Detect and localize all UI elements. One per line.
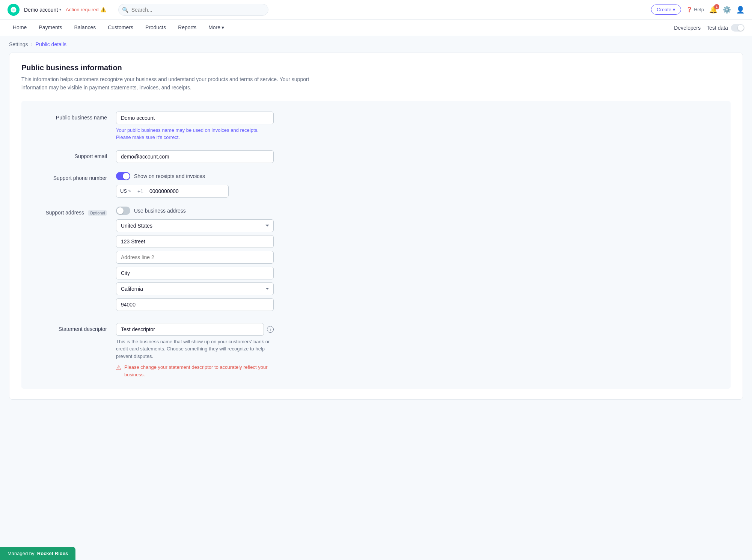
support-email-field [116,150,274,163]
page-title: Public business information [21,63,731,72]
phone-field: US ⇅ +1 [116,185,229,198]
state-select[interactable]: California New York Texas Florida [116,282,274,295]
support-phone-row: Support phone number Show on receipts an… [33,172,719,198]
zip-input[interactable] [116,298,274,311]
main-content: Public business information This informa… [0,53,752,415]
public-business-name-label: Public business name [33,112,116,121]
phone-toggle-row: Show on receipts and invoices [116,172,274,180]
navbar: Home Payments Balances Customers Product… [0,20,752,36]
statement-descriptor-error: ⚠ Please change your statement descripto… [116,364,274,378]
test-data-toggle[interactable]: Test data [707,24,744,32]
public-business-name-field: Your public business name may be used on… [116,112,274,141]
test-data-switch-knob [738,25,744,31]
nav-right: Developers Test data [674,24,744,32]
support-address-label: Support address Optional [33,207,116,216]
show-phone-toggle[interactable] [116,172,130,180]
notifications-button[interactable]: 🔔 1 [709,6,717,14]
account-selector[interactable]: Demo account ▾ [24,7,61,13]
user-avatar-icon[interactable]: 👤 [736,6,744,14]
more-chevron-icon: ▾ [222,24,224,30]
account-name-label: Demo account [24,7,58,13]
create-label: Create [657,7,671,12]
help-button[interactable]: ❓ Help [686,7,704,12]
account-chevron-icon: ▾ [59,8,61,12]
topbar: Demo account ▾ Action required ⚠️ 🔍 Crea… [0,0,752,20]
support-phone-field: Show on receipts and invoices US ⇅ +1 [116,172,274,198]
logo [8,4,20,16]
public-business-name-hint: Your public business name may be used on… [116,127,274,141]
search-icon: 🔍 [122,7,128,13]
page-description: This information helps customers recogni… [21,75,329,92]
nav-payments[interactable]: Payments [33,21,67,35]
support-email-input[interactable] [116,150,274,163]
nav-home[interactable]: Home [8,21,32,35]
statement-descriptor-row: Statement descriptor i This is the busin… [33,323,719,379]
optional-tag: Optional [88,210,107,216]
phone-prefix: +1 [135,185,146,197]
statement-descriptor-label: Statement descriptor [33,323,116,332]
settings-icon[interactable]: ⚙️ [723,6,731,14]
phone-number-input[interactable] [146,185,228,197]
support-email-row: Support email [33,150,719,163]
nav-developers[interactable]: Developers [674,25,701,31]
city-field [116,267,274,279]
action-required-label: Action required [66,7,98,12]
create-chevron-icon: ▾ [673,7,675,12]
statement-descriptor-field: i This is the business name that will sh… [116,323,274,379]
address-line1-input[interactable] [116,235,274,248]
statement-descriptor-input-row: i [116,323,274,336]
public-business-name-row: Public business name Your public busines… [33,112,719,141]
nav-products[interactable]: Products [140,21,171,35]
help-icon: ❓ [686,7,692,12]
topbar-right: Create ▾ ❓ Help 🔔 1 ⚙️ 👤 [651,5,744,15]
help-label: Help [694,7,704,12]
zip-field [116,298,274,311]
address-line2-field [116,251,274,264]
address-line2-input[interactable] [116,251,274,264]
error-warning-icon: ⚠ [116,364,121,371]
phone-country-selector[interactable]: US ⇅ [116,185,135,197]
address-line1-field [116,235,274,248]
create-button[interactable]: Create ▾ [651,5,681,15]
phone-country-chevron-icon: ⇅ [128,189,131,193]
breadcrumb-separator: › [31,42,33,47]
test-data-label: Test data [707,25,728,31]
city-input[interactable] [116,267,274,279]
statement-descriptor-info-icon[interactable]: i [267,326,274,333]
country-field: United States Canada United Kingdom [116,219,274,232]
action-required-badge[interactable]: Action required ⚠️ [66,7,106,12]
statement-descriptor-input[interactable] [116,323,264,336]
form-section: Public business name Your public busines… [21,101,731,389]
breadcrumb-current: Public details [36,41,67,47]
support-email-label: Support email [33,150,116,159]
nav-more[interactable]: More ▾ [203,21,229,35]
address-toggle-row: Use business address [116,207,274,215]
nav-balances[interactable]: Balances [69,21,101,35]
statement-descriptor-hint: This is the business name that will show… [116,338,274,360]
phone-country-code: US [120,188,127,194]
warning-icon: ⚠️ [100,7,106,12]
test-data-switch[interactable] [731,24,744,32]
use-business-address-toggle[interactable] [116,207,130,215]
support-phone-label: Support phone number [33,172,116,181]
page-card: Public business information This informa… [9,53,743,400]
state-field: California New York Texas Florida [116,282,274,295]
support-address-field: Use business address United States Canad… [116,207,274,314]
statement-descriptor-error-text: Please change your statement descriptor … [124,364,274,378]
nav-reports[interactable]: Reports [173,21,202,35]
search-bar: 🔍 [118,4,268,16]
use-business-address-toggle-knob [117,207,124,214]
show-phone-toggle-label: Show on receipts and invoices [134,173,205,179]
notification-badge: 1 [714,4,719,9]
use-business-address-label: Use business address [134,208,186,214]
show-phone-toggle-knob [123,173,130,180]
public-business-name-input[interactable] [116,112,274,124]
breadcrumb: Settings › Public details [0,36,752,53]
nav-customers[interactable]: Customers [102,21,139,35]
support-address-row: Support address Optional Use business ad… [33,207,719,314]
breadcrumb-parent[interactable]: Settings [9,41,28,47]
search-input[interactable] [118,4,268,16]
country-select[interactable]: United States Canada United Kingdom [116,219,274,232]
